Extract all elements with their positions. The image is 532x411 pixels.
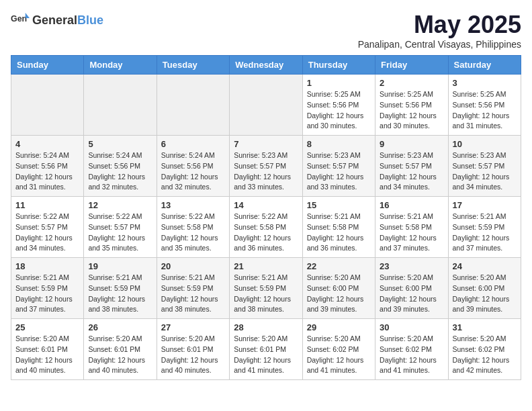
table-row [230, 75, 302, 136]
table-row: 25Sunrise: 5:20 AM Sunset: 6:01 PM Dayli… [11, 319, 84, 380]
week-row-3: 11Sunrise: 5:22 AM Sunset: 5:57 PM Dayli… [11, 197, 521, 258]
day-info: Sunrise: 5:25 AM Sunset: 5:56 PM Dayligh… [453, 89, 517, 132]
table-row: 19Sunrise: 5:21 AM Sunset: 5:59 PM Dayli… [84, 258, 157, 319]
day-info: Sunrise: 5:20 AM Sunset: 6:00 PM Dayligh… [453, 273, 517, 315]
day-number: 29 [307, 322, 371, 332]
table-row: 16Sunrise: 5:21 AM Sunset: 5:58 PM Dayli… [375, 197, 448, 258]
day-info: Sunrise: 5:20 AM Sunset: 6:02 PM Dayligh… [380, 334, 443, 376]
day-info: Sunrise: 5:24 AM Sunset: 5:56 PM Dayligh… [161, 150, 225, 193]
table-row: 21Sunrise: 5:21 AM Sunset: 5:59 PM Dayli… [230, 258, 302, 319]
day-number: 30 [380, 322, 443, 332]
day-info: Sunrise: 5:23 AM Sunset: 5:57 PM Dayligh… [234, 150, 298, 193]
table-row [11, 75, 84, 136]
month-title: May 2025 [358, 11, 521, 39]
table-row: 20Sunrise: 5:21 AM Sunset: 5:59 PM Dayli… [157, 258, 229, 319]
table-row: 13Sunrise: 5:22 AM Sunset: 5:58 PM Dayli… [157, 197, 229, 258]
day-number: 21 [234, 261, 298, 271]
day-number: 25 [15, 322, 79, 332]
col-saturday: Saturday [448, 56, 521, 75]
table-row: 31Sunrise: 5:20 AM Sunset: 6:02 PM Dayli… [448, 319, 521, 380]
week-row-1: 1Sunrise: 5:25 AM Sunset: 5:56 PM Daylig… [11, 75, 521, 136]
table-row: 5Sunrise: 5:24 AM Sunset: 5:56 PM Daylig… [84, 136, 157, 197]
day-number: 23 [380, 261, 443, 271]
table-row: 26Sunrise: 5:20 AM Sunset: 6:01 PM Dayli… [84, 319, 157, 380]
table-row: 23Sunrise: 5:20 AM Sunset: 6:00 PM Dayli… [375, 258, 448, 319]
title-area: May 2025 Panalipan, Central Visayas, Phi… [358, 11, 521, 50]
day-number: 26 [88, 322, 152, 332]
day-info: Sunrise: 5:21 AM Sunset: 5:59 PM Dayligh… [234, 273, 298, 315]
table-row: 27Sunrise: 5:20 AM Sunset: 6:01 PM Dayli… [157, 319, 229, 380]
day-number: 22 [307, 261, 371, 271]
day-number: 24 [453, 261, 517, 271]
table-row [157, 75, 229, 136]
day-number: 16 [380, 200, 443, 210]
day-info: Sunrise: 5:21 AM Sunset: 5:59 PM Dayligh… [453, 212, 517, 254]
table-row: 22Sunrise: 5:20 AM Sunset: 6:00 PM Dayli… [302, 258, 375, 319]
day-info: Sunrise: 5:22 AM Sunset: 5:57 PM Dayligh… [15, 212, 79, 254]
calendar-header-row: Sunday Monday Tuesday Wednesday Thursday… [11, 56, 521, 75]
day-number: 9 [380, 139, 443, 149]
page-header: Gen General Blue May 2025 Panalipan, Cen… [11, 11, 521, 50]
table-row: 24Sunrise: 5:20 AM Sunset: 6:00 PM Dayli… [448, 258, 521, 319]
day-number: 8 [307, 139, 371, 149]
day-info: Sunrise: 5:20 AM Sunset: 6:01 PM Dayligh… [161, 334, 225, 376]
calendar-table: Sunday Monday Tuesday Wednesday Thursday… [11, 55, 521, 380]
table-row: 2Sunrise: 5:25 AM Sunset: 5:56 PM Daylig… [375, 75, 448, 136]
day-info: Sunrise: 5:21 AM Sunset: 5:59 PM Dayligh… [15, 273, 79, 315]
table-row: 10Sunrise: 5:23 AM Sunset: 5:57 PM Dayli… [448, 136, 521, 197]
day-number: 15 [307, 200, 371, 210]
day-number: 14 [234, 200, 298, 210]
day-number: 10 [453, 139, 517, 149]
table-row: 4Sunrise: 5:24 AM Sunset: 5:56 PM Daylig… [11, 136, 84, 197]
day-info: Sunrise: 5:23 AM Sunset: 5:57 PM Dayligh… [307, 150, 371, 193]
table-row: 3Sunrise: 5:25 AM Sunset: 5:56 PM Daylig… [448, 75, 521, 136]
table-row: 28Sunrise: 5:20 AM Sunset: 6:01 PM Dayli… [230, 319, 302, 380]
week-row-4: 18Sunrise: 5:21 AM Sunset: 5:59 PM Dayli… [11, 258, 521, 319]
col-sunday: Sunday [11, 56, 84, 75]
day-info: Sunrise: 5:22 AM Sunset: 5:58 PM Dayligh… [161, 212, 225, 254]
table-row: 1Sunrise: 5:25 AM Sunset: 5:56 PM Daylig… [302, 75, 375, 136]
day-number: 13 [161, 200, 225, 210]
day-info: Sunrise: 5:20 AM Sunset: 6:02 PM Dayligh… [453, 334, 517, 376]
week-row-5: 25Sunrise: 5:20 AM Sunset: 6:01 PM Dayli… [11, 319, 521, 380]
table-row: 9Sunrise: 5:23 AM Sunset: 5:57 PM Daylig… [375, 136, 448, 197]
day-number: 11 [15, 200, 79, 210]
table-row: 14Sunrise: 5:22 AM Sunset: 5:58 PM Dayli… [230, 197, 302, 258]
table-row: 6Sunrise: 5:24 AM Sunset: 5:56 PM Daylig… [157, 136, 229, 197]
day-number: 20 [161, 261, 225, 271]
day-number: 5 [88, 139, 152, 149]
day-info: Sunrise: 5:20 AM Sunset: 6:00 PM Dayligh… [307, 273, 371, 315]
day-info: Sunrise: 5:23 AM Sunset: 5:57 PM Dayligh… [453, 150, 517, 193]
logo-text-blue: Blue [77, 13, 103, 28]
day-number: 18 [15, 261, 79, 271]
day-info: Sunrise: 5:21 AM Sunset: 5:59 PM Dayligh… [88, 273, 152, 315]
day-number: 31 [453, 322, 517, 332]
day-number: 1 [307, 78, 371, 88]
location-subtitle: Panalipan, Central Visayas, Philippines [358, 39, 521, 50]
day-number: 27 [161, 322, 225, 332]
logo-text-general: General [32, 13, 77, 28]
week-row-2: 4Sunrise: 5:24 AM Sunset: 5:56 PM Daylig… [11, 136, 521, 197]
day-info: Sunrise: 5:24 AM Sunset: 5:56 PM Dayligh… [88, 150, 152, 193]
table-row: 15Sunrise: 5:21 AM Sunset: 5:58 PM Dayli… [302, 197, 375, 258]
table-row: 30Sunrise: 5:20 AM Sunset: 6:02 PM Dayli… [375, 319, 448, 380]
day-info: Sunrise: 5:20 AM Sunset: 6:00 PM Dayligh… [380, 273, 443, 315]
day-info: Sunrise: 5:22 AM Sunset: 5:58 PM Dayligh… [234, 212, 298, 254]
day-number: 28 [234, 322, 298, 332]
col-wednesday: Wednesday [230, 56, 302, 75]
day-info: Sunrise: 5:22 AM Sunset: 5:57 PM Dayligh… [88, 212, 152, 254]
day-info: Sunrise: 5:20 AM Sunset: 6:02 PM Dayligh… [307, 334, 371, 376]
col-monday: Monday [84, 56, 157, 75]
day-number: 4 [15, 139, 79, 149]
table-row: 17Sunrise: 5:21 AM Sunset: 5:59 PM Dayli… [448, 197, 521, 258]
day-info: Sunrise: 5:20 AM Sunset: 6:01 PM Dayligh… [15, 334, 79, 376]
day-info: Sunrise: 5:21 AM Sunset: 5:58 PM Dayligh… [307, 212, 371, 254]
day-number: 19 [88, 261, 152, 271]
col-friday: Friday [375, 56, 448, 75]
day-info: Sunrise: 5:21 AM Sunset: 5:59 PM Dayligh… [161, 273, 225, 315]
table-row: 18Sunrise: 5:21 AM Sunset: 5:59 PM Dayli… [11, 258, 84, 319]
day-info: Sunrise: 5:23 AM Sunset: 5:57 PM Dayligh… [380, 150, 443, 193]
day-info: Sunrise: 5:21 AM Sunset: 5:58 PM Dayligh… [380, 212, 443, 254]
day-number: 17 [453, 200, 517, 210]
table-row: 11Sunrise: 5:22 AM Sunset: 5:57 PM Dayli… [11, 197, 84, 258]
